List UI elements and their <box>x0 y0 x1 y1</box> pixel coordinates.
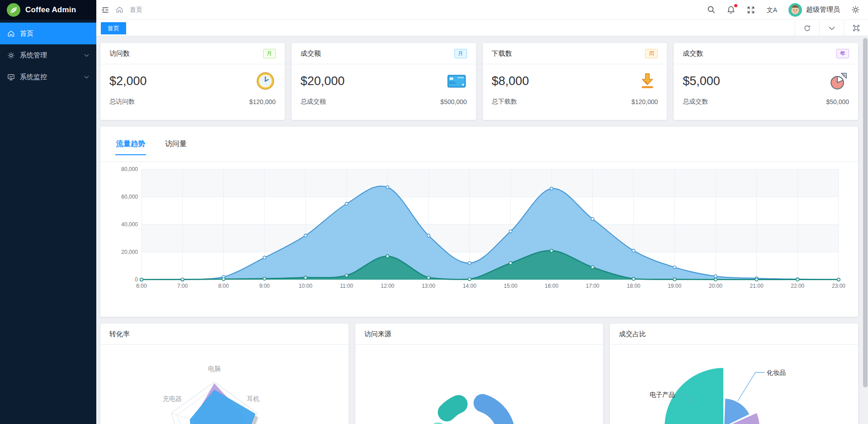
menu-fold-icon[interactable] <box>101 5 109 14</box>
sidebar-item-label: 系统监控 <box>20 73 47 81</box>
sidebar-item-system-monitor[interactable]: 系统监控 <box>0 66 96 88</box>
svg-text:%: % <box>842 73 845 77</box>
topbar-actions: 文A 超级管理员 <box>707 3 860 17</box>
svg-text:0: 0 <box>135 276 138 283</box>
svg-text:23:00: 23:00 <box>832 283 845 289</box>
search-icon[interactable] <box>707 5 716 14</box>
conversion-radar-chart: 电脑耳机充电器 <box>100 345 349 424</box>
svg-text:18:00: 18:00 <box>627 283 640 289</box>
traffic-trend-card: 流量趋势 访问量 020,00040,00060,00080,0006:007:… <box>100 127 858 317</box>
settings-gear-icon[interactable] <box>851 5 860 14</box>
sidebar-item-system-admin[interactable]: 系统管理 <box>0 44 96 66</box>
svg-text:20:00: 20:00 <box>709 283 722 289</box>
leaf-logo-icon <box>6 3 21 17</box>
svg-text:40,000: 40,000 <box>121 221 138 228</box>
stat-card-title: 成交数 <box>683 49 703 58</box>
chevron-down-icon <box>84 54 89 57</box>
sidebar-item-label: 首页 <box>20 29 33 38</box>
stat-value: $8,000 <box>492 74 529 88</box>
svg-text:9:00: 9:00 <box>259 283 270 289</box>
sidebar-menu: 首页 系统管理 系统监控 <box>0 20 96 88</box>
route-tabbar: 首页 <box>96 20 868 36</box>
traffic-trend-chart: 020,00040,00060,00080,0006:007:008:009:0… <box>100 162 858 317</box>
svg-text:耳机: 耳机 <box>247 395 259 402</box>
bell-icon[interactable] <box>727 5 736 14</box>
fullscreen-icon[interactable] <box>747 5 755 14</box>
app-logo[interactable]: Coffee Admin <box>0 0 96 20</box>
pie-percent-icon: % <box>828 71 849 91</box>
app-window: Coffee Admin 首页 系统管理 <box>0 0 868 424</box>
period-badge[interactable]: 月 <box>263 49 276 58</box>
trend-tabs: 流量趋势 访问量 <box>100 127 858 162</box>
svg-text:16:00: 16:00 <box>545 283 558 289</box>
period-badge[interactable]: 年 <box>836 49 849 58</box>
stat-footer-label: 总下载数 <box>492 98 517 106</box>
svg-text:11:00: 11:00 <box>340 283 353 289</box>
stat-footer-label: 总成交数 <box>683 98 708 106</box>
breadcrumb-home-icon[interactable] <box>115 5 124 14</box>
conversion-rate-card: 转化率 电脑耳机充电器 <box>100 324 349 424</box>
svg-text:7:00: 7:00 <box>177 283 188 289</box>
svg-text:12:00: 12:00 <box>381 283 394 289</box>
stat-card-downloads: 下载数 周 $8,000 总下载数 $120,000 <box>483 43 667 120</box>
credit-card-icon <box>446 71 467 91</box>
svg-text:19:00: 19:00 <box>668 283 681 289</box>
refresh-icon[interactable] <box>795 20 819 36</box>
stat-value: $5,000 <box>683 74 720 88</box>
tab-traffic-trend[interactable]: 流量趋势 <box>115 139 146 149</box>
breadcrumb: 首页 <box>101 5 142 14</box>
chevron-down-icon <box>84 76 89 79</box>
stat-card-title: 下载数 <box>492 49 512 58</box>
visit-source-card: 访问来源 <box>355 324 604 424</box>
sidebar-item-home[interactable]: 首页 <box>0 23 96 44</box>
stat-card-deal-count: 成交数 年 $5,000 % 总成交数 $50,000 <box>674 43 858 120</box>
stat-card-deal-amount: 成交额 月 $20,000 总成交额 $500,000 <box>292 43 476 120</box>
period-badge[interactable]: 月 <box>454 49 467 58</box>
svg-text:80,000: 80,000 <box>121 166 138 172</box>
route-tab-home[interactable]: 首页 <box>101 22 126 34</box>
scrollbar-thumb[interactable] <box>863 38 868 387</box>
svg-text:17:00: 17:00 <box>586 283 599 289</box>
chevron-down-icon[interactable] <box>819 20 844 36</box>
stat-footer-value: $500,000 <box>440 98 467 105</box>
user-menu[interactable]: 超级管理员 <box>788 3 840 17</box>
sidebar-item-label: 系统管理 <box>20 51 47 60</box>
period-badge[interactable]: 周 <box>645 49 658 58</box>
visit-source-donut-chart <box>355 345 604 424</box>
gear-icon <box>7 52 15 59</box>
scrollbar-track[interactable] <box>863 36 868 424</box>
svg-text:电脑: 电脑 <box>208 365 221 372</box>
deal-share-pie-chart: 电子产品化妆品 <box>610 345 858 424</box>
svg-text:15:00: 15:00 <box>504 283 517 289</box>
monitor-icon <box>7 73 15 81</box>
stat-footer-value: $120,000 <box>249 98 275 105</box>
svg-text:20,000: 20,000 <box>121 249 138 255</box>
stat-footer-label: 总成交额 <box>301 98 326 106</box>
translate-icon[interactable]: 文A <box>767 7 777 13</box>
avatar <box>788 3 802 17</box>
svg-text:电子产品: 电子产品 <box>650 391 675 398</box>
breadcrumb-current[interactable]: 首页 <box>130 6 142 14</box>
card-title: 访问来源 <box>364 330 392 338</box>
stat-footer-label: 总访问数 <box>109 98 135 106</box>
home-icon <box>7 30 15 38</box>
deal-share-card: 成交占比 电子产品化妆品 <box>610 324 858 424</box>
topbar: 首页 文A 超 <box>96 0 868 20</box>
stat-cards-row: 访问数 月 $2,000 总访问数 $120,000 <box>100 43 858 120</box>
maximize-icon[interactable] <box>844 20 868 36</box>
svg-text:化妆品: 化妆品 <box>767 369 786 376</box>
stat-card-title: 访问数 <box>109 49 130 58</box>
stat-value: $2,000 <box>109 74 147 88</box>
svg-text:10:00: 10:00 <box>299 283 312 289</box>
svg-text:60,000: 60,000 <box>121 194 138 200</box>
card-title: 成交占比 <box>619 330 646 338</box>
tab-visits[interactable]: 访问量 <box>164 139 188 149</box>
svg-text:8:00: 8:00 <box>218 283 229 289</box>
app-title: Coffee Admin <box>25 5 76 14</box>
tabbar-tools <box>795 20 868 36</box>
svg-text:22:00: 22:00 <box>791 283 804 289</box>
download-icon <box>637 71 658 91</box>
clock-icon <box>255 71 276 91</box>
stat-card-visits: 访问数 月 $2,000 总访问数 $120,000 <box>100 43 285 120</box>
sidebar: Coffee Admin 首页 系统管理 <box>0 0 96 424</box>
